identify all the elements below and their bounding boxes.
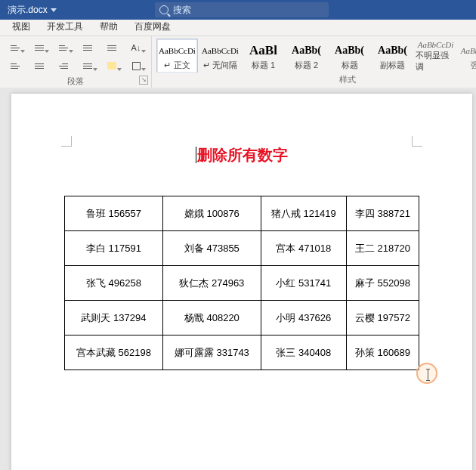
table-row[interactable]: 鲁班 156557嫦娥 100876猪八戒 121419李四 388721 xyxy=(65,196,419,231)
table-cell[interactable]: 嫦娥 100876 xyxy=(162,196,261,231)
style-sample: AaBbCcDi xyxy=(461,42,476,60)
search-icon xyxy=(159,5,168,14)
chevron-down-icon xyxy=(51,8,57,12)
tab-help[interactable]: 帮助 xyxy=(92,18,125,36)
table-cell[interactable]: 麻子 552098 xyxy=(346,266,419,301)
style-sample: AaBb( xyxy=(378,42,407,60)
style-sample: AaBb( xyxy=(335,42,364,60)
style-sample: AaBbCcDi xyxy=(202,42,239,60)
document-canvas[interactable]: 删除所有数字 鲁班 156557嫦娥 100876猪八戒 121419李四 38… xyxy=(0,88,476,470)
document-page[interactable]: 删除所有数字 鲁班 156557嫦娥 100876猪八戒 121419李四 38… xyxy=(11,94,472,470)
line-spacing-button[interactable] xyxy=(76,57,99,74)
ribbon: A↓ 段落 ↘ AaBbCcDi↵ 正文AaBbCcDi↵ 无间隔AaBl标题 … xyxy=(0,36,476,88)
style-tile-2[interactable]: AaBl标题 1 xyxy=(243,39,284,73)
table-cell[interactable]: 张三 340408 xyxy=(261,335,346,370)
multilevel-list-button[interactable] xyxy=(52,39,75,56)
bullets-button[interactable] xyxy=(4,39,26,56)
table-cell[interactable]: 李四 388721 xyxy=(346,196,419,231)
style-tile-6[interactable]: AaBbCcDi不明显强调 xyxy=(415,39,456,73)
style-name: 标题 2 xyxy=(295,60,318,71)
table-cell[interactable]: 杨戬 408220 xyxy=(162,301,261,335)
style-name: 标题 xyxy=(342,60,358,71)
borders-button[interactable] xyxy=(125,57,147,74)
table-cell[interactable]: 小明 437626 xyxy=(261,301,346,335)
style-sample: AaBbCcDi xyxy=(159,42,196,60)
ribbon-tabs: 视图 开发工具 帮助 百度网盘 xyxy=(0,20,476,36)
data-table[interactable]: 鲁班 156557嫦娥 100876猪八戒 121419李四 388721李白 … xyxy=(64,196,419,370)
table-cell[interactable]: 刘备 473855 xyxy=(162,231,261,266)
table-cell[interactable]: 狄仁杰 274963 xyxy=(162,266,261,301)
tab-view[interactable]: 视图 xyxy=(5,18,38,36)
style-name: 标题 1 xyxy=(252,60,275,71)
style-name: 强调 xyxy=(471,60,477,71)
style-tile-5[interactable]: AaBb(副标题 xyxy=(372,39,413,73)
table-row[interactable]: 李白 117591刘备 473855宫本 471018王二 218720 xyxy=(65,231,419,266)
document-title-dropdown[interactable]: 演示.docx xyxy=(0,4,64,17)
group-styles-label: 样式 xyxy=(152,73,476,88)
table-cell[interactable]: 李白 117591 xyxy=(65,231,163,266)
align-center-button[interactable] xyxy=(28,57,51,74)
decrease-indent-button[interactable] xyxy=(76,39,99,56)
table-row[interactable]: 宫本武藏 562198娜可露露 331743张三 340408孙策 160689 xyxy=(65,335,419,370)
style-tile-7[interactable]: AaBbCcDi强调 xyxy=(458,39,476,73)
style-sample: AaBl xyxy=(249,42,277,60)
numbering-button[interactable] xyxy=(28,39,51,56)
style-sample: AaBbCcDi xyxy=(418,39,454,50)
style-tile-0[interactable]: AaBbCcDi↵ 正文 xyxy=(156,39,198,73)
table-cell[interactable]: 鲁班 156557 xyxy=(65,196,163,231)
sort-button[interactable]: A↓ xyxy=(125,39,147,56)
document-name: 演示.docx xyxy=(8,4,48,17)
title-bar: 演示.docx 搜索 xyxy=(0,0,476,20)
cursor-highlight-icon xyxy=(416,363,437,384)
document-heading[interactable]: 删除所有数字 xyxy=(64,145,419,165)
table-cell[interactable]: 云樱 197572 xyxy=(346,301,419,335)
table-row[interactable]: 武则天 137294杨戬 408220小明 437626云樱 197572 xyxy=(65,301,419,335)
style-name: ↵ 无间隔 xyxy=(203,60,237,71)
align-left-button[interactable] xyxy=(4,57,26,74)
group-styles: AaBbCcDi↵ 正文AaBbCcDi↵ 无间隔AaBl标题 1AaBb(标题… xyxy=(152,36,476,88)
increase-indent-button[interactable] xyxy=(100,39,123,56)
paragraph-dialog-launcher[interactable]: ↘ xyxy=(139,76,148,85)
tab-devtools[interactable]: 开发工具 xyxy=(39,18,91,36)
group-paragraph-label: 段落 xyxy=(0,74,151,89)
table-row[interactable]: 张飞 496258狄仁杰 274963小红 531741麻子 552098 xyxy=(65,266,419,301)
style-sample: AaBb( xyxy=(292,42,321,60)
tab-baidudisk[interactable]: 百度网盘 xyxy=(127,18,178,36)
style-name: 副标题 xyxy=(380,60,405,71)
table-cell[interactable]: 娜可露露 331743 xyxy=(162,335,261,370)
search-box[interactable]: 搜索 xyxy=(155,2,329,17)
table-cell[interactable]: 宫本 471018 xyxy=(261,231,346,266)
style-name: ↵ 正文 xyxy=(164,60,190,71)
style-tile-4[interactable]: AaBb(标题 xyxy=(329,39,370,73)
table-cell[interactable]: 孙策 160689 xyxy=(346,335,419,370)
style-tile-3[interactable]: AaBb(标题 2 xyxy=(286,39,327,73)
table-cell[interactable]: 张飞 496258 xyxy=(65,266,163,301)
table-cell[interactable]: 猪八戒 121419 xyxy=(261,196,346,231)
style-tile-1[interactable]: AaBbCcDi↵ 无间隔 xyxy=(199,39,241,73)
align-right-button[interactable] xyxy=(52,57,75,74)
table-cell[interactable]: 小红 531741 xyxy=(261,266,346,301)
ibeam-cursor-icon xyxy=(428,369,428,381)
shading-button[interactable] xyxy=(100,57,123,74)
table-cell[interactable]: 武则天 137294 xyxy=(65,301,163,335)
table-cell[interactable]: 王二 218720 xyxy=(346,231,419,266)
table-cell[interactable]: 宫本武藏 562198 xyxy=(65,335,163,370)
style-name: 不明显强调 xyxy=(416,50,456,73)
search-placeholder: 搜索 xyxy=(173,4,191,17)
group-paragraph: A↓ 段落 ↘ xyxy=(0,36,152,88)
